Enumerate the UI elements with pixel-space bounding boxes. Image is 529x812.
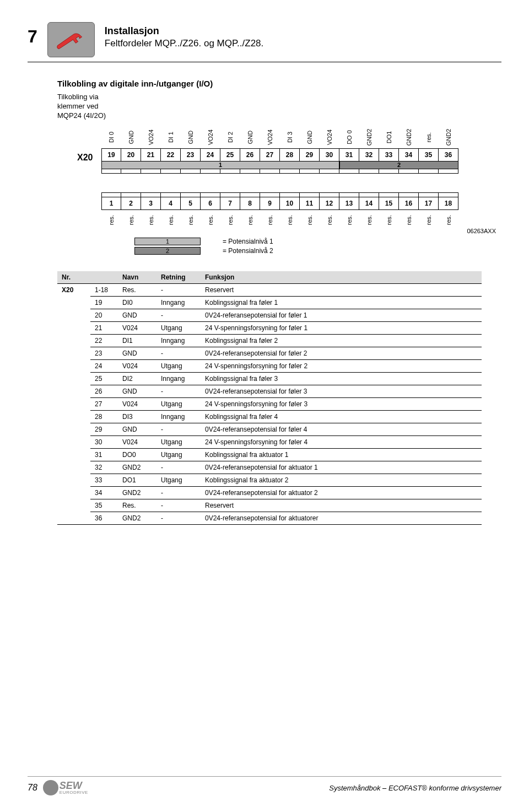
pin-label: res. (260, 210, 280, 230)
page-number-top: 7 (28, 26, 37, 47)
terminal-slot (399, 169, 419, 174)
terminal-slot (260, 169, 280, 174)
cell-navn: V024 (118, 397, 156, 410)
terminal-cell: 34 (399, 148, 419, 162)
pin-label: res. (201, 210, 220, 230)
cell-retning: - (156, 499, 201, 512)
cell-retning: Inngang (156, 296, 201, 309)
cell-funksjon: 0V24-referansepotensial for aktuator 1 (201, 461, 482, 474)
table-row: 24V024Utgang24 V-spenningsforsyning for … (57, 359, 482, 372)
terminal-slot (121, 192, 141, 197)
cell-retning: - (156, 347, 201, 359)
terminal-cell: 23 (181, 148, 201, 162)
terminal-slot (201, 169, 220, 174)
cell-funksjon: Koblingssignal fra aktuator 1 (201, 448, 482, 461)
cell-funksjon: Koblingssignal fra aktuator 2 (201, 474, 482, 486)
pin-label: VO24 (259, 127, 281, 147)
terminal-cell: 28 (280, 148, 300, 162)
th-funksjon: Funksjon (201, 271, 482, 284)
cell-retning: Inngang (156, 334, 201, 347)
cell-nr: 34 (90, 486, 118, 499)
terminal-cell: 9 (260, 197, 280, 210)
table-row: 30V024Utgang24 V-spenningsforsyning for … (57, 435, 482, 448)
logo-icon (43, 780, 58, 795)
cell-retning: - (156, 486, 201, 499)
table-row: 34GND2-0V24-referansepotensial for aktua… (57, 486, 482, 499)
terminal-cell: 33 (379, 148, 399, 162)
terminal-slot (181, 192, 201, 197)
page-header: 7 Installasjon Feltfordeler MQP../Z26. o… (28, 22, 501, 57)
terminal-cell: 26 (240, 148, 260, 162)
pin-label: res. (240, 210, 260, 230)
pin-label: GND (299, 127, 321, 147)
cell-funksjon: 24 V-spenningsforsyning for føler 2 (201, 359, 482, 372)
page-number-bottom: 78 (28, 783, 37, 793)
table-row: 22DI1InngangKoblingssignal fra føler 2 (57, 334, 482, 347)
pin-label: GND2 (438, 127, 460, 147)
table-row: 35Res.-Reservert (57, 499, 482, 512)
terminal-cell: 11 (300, 197, 320, 210)
cell-navn: DI1 (118, 334, 156, 347)
pin-label: GND2 (358, 127, 380, 147)
terminal-cell: 3 (141, 197, 161, 210)
th-retning: Retning (156, 271, 201, 284)
cell-navn: DO0 (118, 448, 156, 461)
cell-navn: DI2 (118, 372, 156, 385)
cell-funksjon: Koblingssignal fra føler 4 (201, 410, 482, 423)
cell-retning: - (156, 385, 201, 397)
terminal-cell: 4 (161, 197, 181, 210)
cell-nr: 22 (90, 334, 118, 347)
section-title: Tilkobling av digitale inn-/utganger (I/… (57, 79, 501, 88)
cell-nr: 25 (90, 372, 118, 385)
table-row: 28DI3InngangKoblingssignal fra føler 4 (57, 410, 482, 423)
cell-retning: Utgang (156, 448, 201, 461)
terminal-cell: 18 (439, 197, 458, 210)
cell-navn: GND2 (118, 461, 156, 474)
terminal-cell: 32 (359, 148, 379, 162)
pin-label: res. (418, 127, 440, 147)
cell-navn: GND (118, 309, 156, 321)
terminal-slot (439, 192, 458, 197)
table-row: 20GND-0V24-referansepotensial for føler … (57, 309, 482, 321)
pin-label: res. (399, 210, 419, 230)
terminal-slot (280, 192, 300, 197)
pin-label: GND (180, 127, 202, 147)
terminal-slot (399, 192, 419, 197)
pin-label: res. (359, 210, 379, 230)
table-row: X201-18Res.-Reservert (57, 283, 482, 296)
section-subtitle: Tilkobling via klemmer ved MQP24 (4I/2O) (57, 93, 123, 121)
table-row: 31DO0UtgangKoblingssignal fra aktuator 1 (57, 448, 482, 461)
cell-retning: Inngang (156, 372, 201, 385)
terminal-slot (379, 192, 399, 197)
pin-label: DI 3 (279, 127, 301, 147)
terminal-slot (141, 169, 161, 174)
table-row: 19DI0InngangKoblingssignal fra føler 1 (57, 296, 482, 309)
terminal-slot (359, 192, 379, 197)
cell-retning: - (156, 512, 201, 524)
th-navn: Navn (118, 271, 156, 284)
cell-nr: 21 (90, 321, 118, 334)
cell-nr: 35 (90, 499, 118, 512)
cell-funksjon: 0V24-referansepotensial for føler 4 (201, 423, 482, 435)
terminal-slot (280, 169, 300, 174)
terminal-cell: 15 (379, 197, 399, 210)
cell-navn: DO1 (118, 474, 156, 486)
cell-retning: Utgang (156, 397, 201, 410)
cell-funksjon: Koblingssignal fra føler 3 (201, 372, 482, 385)
terminal-cell: 6 (201, 197, 220, 210)
cell-retning: Utgang (156, 359, 201, 372)
potential-bar: 1 (101, 162, 339, 169)
legend-text-1: = Potensialnivå 1 (223, 238, 273, 245)
cell-nr: 33 (90, 474, 118, 486)
table-row: 26GND-0V24-referansepotensial for føler … (57, 385, 482, 397)
cell-funksjon: 24 V-spenningsforsyning for føler 4 (201, 435, 482, 448)
cell-funksjon: 24 V-spenningsforsyning for føler 3 (201, 397, 482, 410)
cell-funksjon: 0V24-referansepotensial for føler 2 (201, 347, 482, 359)
terminal-slot (141, 192, 161, 197)
terminal-slot (101, 192, 121, 197)
pin-label: VO24 (140, 127, 162, 147)
th-sub (90, 271, 118, 284)
table-row: 25DI2InngangKoblingssignal fra føler 3 (57, 372, 482, 385)
terminal-slot (300, 169, 320, 174)
cell-nr: 31 (90, 448, 118, 461)
